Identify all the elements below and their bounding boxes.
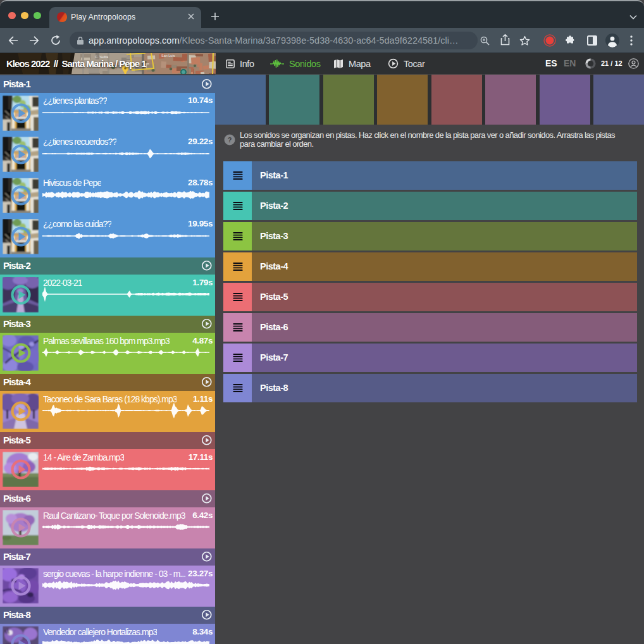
svg-text:?: ? [228, 136, 232, 144]
svg-text:San Luis: San Luis [161, 54, 175, 58]
